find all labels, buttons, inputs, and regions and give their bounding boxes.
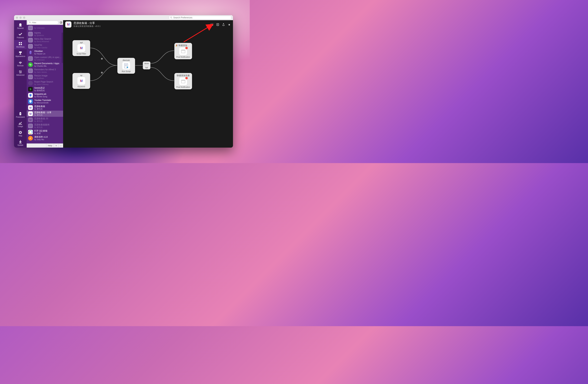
node-icon bbox=[179, 78, 187, 85]
notification-icon bbox=[180, 48, 186, 54]
workflow-editor[interactable]: M 思源收集箱 - 分享 快速记录发送到收集箱 - v0.0.1 bbox=[63, 20, 233, 148]
editor-subtitle: 快速记录发送到收集箱 - v0.0.1 bbox=[74, 25, 101, 28]
node-post-notification-fail[interactable]: 快速添加失败 Post Notification bbox=[174, 73, 192, 89]
workflow-list-panel: by Unknownlogseqby @danzuMenu Bar Search… bbox=[27, 20, 63, 148]
debug-button[interactable] bbox=[228, 23, 231, 26]
workflow-item-text: Resize Imageby Acidham bbox=[34, 75, 47, 79]
tab-update[interactable]: Update bbox=[14, 138, 26, 148]
workflow-item-text: Open custom URL in specifi...by Unknown bbox=[34, 56, 62, 61]
add-object-button[interactable] bbox=[216, 23, 219, 26]
workflow-item[interactable]: ✓滴答清单 v1.8by Jedy Wu bbox=[27, 135, 63, 141]
svg-rect-28 bbox=[31, 125, 32, 126]
tab-general[interactable]: General bbox=[14, 21, 26, 31]
svg-rect-14 bbox=[20, 73, 22, 73]
help-icon bbox=[18, 130, 22, 134]
tab-remote[interactable]: Remote bbox=[14, 59, 26, 68]
workflow-item-text: Reminders for Alfred 3by Jack James bbox=[34, 68, 56, 73]
zoom-window[interactable] bbox=[23, 17, 25, 19]
workflow-item[interactable]: logseqby @danzu bbox=[27, 31, 63, 37]
workflow-item-text: 思源收集箱 - 分享by 麦先生 bbox=[34, 111, 51, 116]
workflow-options-button[interactable] bbox=[59, 21, 63, 24]
workflow-item-text: 思源收集箱by 麦先生 bbox=[34, 105, 45, 110]
remove-workflow-button[interactable]: – bbox=[58, 144, 63, 148]
tab-label: Appearance bbox=[16, 55, 25, 57]
workflow-item[interactable]: 打开 QQ 邮箱by 麦麦 bbox=[27, 129, 63, 135]
editor-header: M 思源收集箱 - 分享 快速记录发送到收集箱 - v0.0.1 bbox=[63, 20, 233, 29]
workflow-item-text: 思源收集箱案例by 麦先生 bbox=[34, 124, 49, 128]
workflow-author: by Jack James bbox=[34, 71, 56, 73]
traffic-lights bbox=[16, 17, 25, 19]
workflow-title: 思源收集箱 - 分享 bbox=[34, 111, 51, 114]
editor-toolbar bbox=[210, 23, 231, 26]
workflow-item[interactable]: NewFileby Vítor Galvão bbox=[27, 43, 63, 49]
add-workflow-button[interactable]: + bbox=[54, 144, 58, 148]
share-icon bbox=[222, 23, 225, 26]
workflow-title: 思源收集箱案例 bbox=[34, 124, 49, 126]
workflow-item[interactable]: M思源收集箱by 麦先生 bbox=[27, 104, 63, 111]
node-run-script[interactable]: /bin/zsh Run Script bbox=[117, 58, 135, 74]
node-icon: M bbox=[77, 44, 85, 52]
tab-appearance[interactable]: Appearance bbox=[14, 49, 26, 59]
features-icon bbox=[18, 32, 22, 36]
workflow-canvas[interactable]: syt M Script Filter sy M Keyword /bin/zs… bbox=[63, 29, 233, 148]
workflow-list[interactable]: by Unknownlogseqby @danzuMenu Bar Search… bbox=[27, 25, 63, 143]
workflow-title: Open custom URL in specifi... bbox=[34, 56, 62, 59]
workflow-title: Roam Page Search bbox=[34, 81, 53, 83]
export-button[interactable] bbox=[222, 23, 225, 26]
m-logo-icon: M bbox=[67, 23, 70, 26]
svg-rect-27 bbox=[29, 125, 30, 126]
svg-rect-30 bbox=[31, 126, 32, 127]
node-keyword[interactable]: sy M Keyword bbox=[72, 73, 90, 89]
workflow-item[interactable]: ↻Recent Documents / Appsby Charles Ma bbox=[27, 62, 63, 68]
workflow-item[interactable]: Reminders for Alfred 3by Jack James bbox=[27, 68, 63, 74]
variables-button[interactable] bbox=[210, 23, 213, 26]
workflow-item[interactable]: M思源收集箱 JSby 麦先生 bbox=[27, 117, 63, 123]
close-window[interactable] bbox=[16, 17, 18, 19]
svg-point-36 bbox=[101, 58, 103, 60]
tab-workflows[interactable]: Workflows bbox=[14, 40, 26, 49]
svg-rect-42 bbox=[181, 80, 185, 81]
help-button[interactable]: Help bbox=[46, 144, 54, 148]
workflow-title: Reminders for Alfred 3 bbox=[34, 68, 56, 71]
filter-input-wrap[interactable] bbox=[27, 21, 58, 24]
branch-done[interactable]: done bbox=[143, 61, 150, 65]
workflow-author: by 麦麦 bbox=[34, 132, 47, 134]
filter-bar bbox=[27, 20, 63, 25]
workflow-icon[interactable]: M bbox=[65, 21, 71, 28]
search-preferences-input[interactable] bbox=[173, 16, 230, 19]
workflow-item[interactable]: Youdao Translateby WensonSmith bbox=[27, 98, 63, 104]
search-preferences[interactable] bbox=[169, 16, 231, 20]
svg-rect-6 bbox=[20, 53, 21, 54]
minimize-window[interactable] bbox=[20, 17, 22, 19]
node-label: /bin/zsh bbox=[119, 59, 134, 61]
workflow-filter-input[interactable] bbox=[32, 21, 57, 24]
workflow-item-text: SnippetsLabby Renfei Song bbox=[34, 93, 47, 98]
workflow-item[interactable]: Roam Page Searchby John Cranney bbox=[27, 80, 63, 86]
workflow-author: by Acidham bbox=[34, 77, 47, 79]
workflow-item-text: Obsidianby Hause Lin bbox=[34, 50, 45, 55]
workflow-item[interactable]: Resize Imageby Acidham bbox=[27, 74, 63, 80]
workflow-item-text: 滴答清单 v1.8by Jedy Wu bbox=[34, 136, 48, 141]
tab-help[interactable]: Help bbox=[14, 129, 26, 138]
svg-point-9 bbox=[19, 70, 20, 71]
branch-connector[interactable]: done fail bbox=[143, 61, 150, 69]
workflow-item[interactable]: Open custom URL in specifi...by Unknown bbox=[27, 56, 63, 62]
workflow-item[interactable]: SSeeds思记by 敲响阳光 bbox=[27, 86, 63, 92]
workflow-item[interactable]: 思源收集箱案例by 麦先生 bbox=[27, 123, 63, 129]
workflow-item[interactable]: by Unknown bbox=[27, 25, 63, 31]
node-icon bbox=[179, 47, 187, 55]
branch-fail[interactable]: fail bbox=[143, 65, 150, 69]
node-post-notification-success[interactable]: 🎉 快速添加成... Post Notification bbox=[174, 43, 192, 59]
workflow-author: by Unknown bbox=[34, 27, 45, 29]
node-script-filter[interactable]: syt M Script Filter bbox=[72, 40, 90, 56]
list-footer: Help + – bbox=[27, 143, 63, 148]
workflow-item[interactable]: Menu Bar Searchby Benzi Ahamed bbox=[27, 37, 63, 43]
workflow-item[interactable]: M思源收集箱 - 分享by 麦先生 bbox=[27, 111, 63, 117]
tab-features[interactable]: Features bbox=[14, 31, 26, 40]
workflow-item[interactable]: SnippetsLabby Renfei Song bbox=[27, 92, 63, 98]
tab-powerpack[interactable]: Powerpack bbox=[14, 110, 26, 120]
workflow-item[interactable]: Obsidianby Hause Lin bbox=[27, 49, 63, 56]
tab-advanced[interactable]: Advanced bbox=[14, 68, 26, 78]
tab-usage[interactable]: Usage bbox=[14, 120, 26, 129]
preferences-tabs: GeneralFeaturesWorkflowsAppearanceRemote… bbox=[14, 20, 27, 148]
